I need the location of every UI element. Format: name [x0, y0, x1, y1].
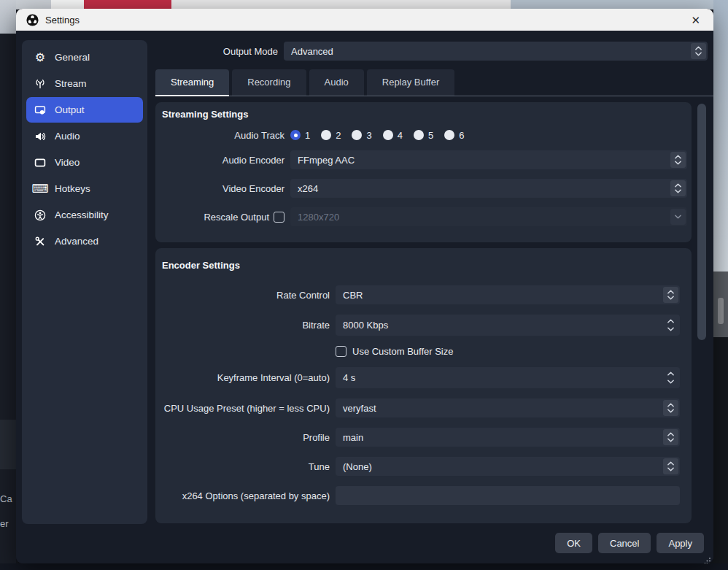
sidebar-item-advanced[interactable]: Advanced — [26, 228, 143, 254]
x264-options-input[interactable] — [336, 486, 680, 505]
use-custom-buffer-size-checkbox — [336, 346, 346, 357]
tune-row: Tune(None) — [155, 457, 692, 476]
broadcast-icon — [34, 78, 47, 90]
combo-spinner-icon — [663, 429, 678, 445]
keyframe-interval-spinbox[interactable]: 4 s — [336, 367, 680, 388]
tools-icon — [34, 236, 47, 247]
radio-icon — [290, 130, 301, 140]
audio-track-radio-5[interactable]: 5 — [414, 130, 433, 141]
keyframe-interval-value: 4 s — [343, 367, 355, 388]
dialog-titlebar: Settings ✕ — [16, 9, 713, 31]
bitrate-label: Bitrate — [155, 320, 330, 331]
combo-dropdown-icon — [670, 209, 686, 225]
rescale-output-label: Rescale Output — [204, 212, 269, 223]
audio-encoder-row: Audio Encoder FFmpeg AAC — [155, 150, 692, 169]
video-encoder-value: x264 — [298, 179, 318, 198]
accessibility-icon — [34, 209, 47, 221]
audio-track-radio-6[interactable]: 6 — [444, 130, 464, 141]
cpu-usage-preset-row: CPU Usage Preset (higher = less CPU)very… — [155, 398, 692, 417]
rate-control-row: Rate ControlCBR — [155, 285, 692, 304]
combo-spinner-icon — [691, 43, 706, 59]
cpu-usage-preset-combo[interactable]: veryfast — [336, 398, 680, 417]
video-encoder-row: Video Encoder x264 — [155, 179, 692, 198]
backdrop-left-column — [0, 34, 16, 563]
tab-streaming[interactable]: Streaming — [155, 69, 229, 96]
x264-options-row: x264 Options (separated by space) — [155, 486, 692, 505]
dialog-title: Settings — [45, 15, 80, 26]
settings-sidebar: ⚙GeneralStreamOutputAudioVideo⌨HotkeysAc… — [22, 40, 147, 524]
spinbox-arrows-icon — [663, 316, 678, 334]
tune-combo[interactable]: (None) — [336, 457, 680, 476]
streaming-settings-title: Streaming Settings — [162, 109, 692, 120]
sidebar-item-label: Output — [55, 104, 85, 115]
audio-track-radio-group: 123456 — [290, 130, 475, 141]
obs-logo-icon — [26, 14, 39, 26]
sidebar-item-video[interactable]: Video — [26, 150, 143, 175]
sidebar-item-stream[interactable]: Stream — [26, 71, 143, 96]
video-encoder-combo[interactable]: x264 — [290, 179, 687, 198]
encoder-rows: Rate ControlCBRBitrate8000 KbpsUse Custo… — [155, 285, 692, 505]
tune-value: (None) — [343, 457, 372, 476]
output-mode-combo[interactable]: Advanced — [284, 42, 708, 61]
backdrop-wallpaper-right — [713, 0, 728, 271]
combo-spinner-icon — [663, 458, 678, 474]
radio-icon — [444, 130, 454, 140]
audio-track-radio-4[interactable]: 4 — [383, 130, 403, 141]
combo-spinner-icon — [663, 400, 678, 416]
rescale-output-checkbox[interactable] — [274, 212, 284, 223]
sidebar-item-accessibility[interactable]: Accessibility — [26, 202, 143, 228]
use-custom-buffer-size-row: Use Custom Buffer Size — [155, 346, 692, 357]
encoder-settings-title: Encoder Settings — [162, 260, 692, 271]
radio-label: 1 — [305, 130, 310, 141]
tune-label: Tune — [155, 461, 330, 472]
sidebar-item-label: Audio — [55, 131, 80, 142]
sidebar-item-hotkeys[interactable]: ⌨Hotkeys — [26, 176, 143, 201]
radio-icon — [414, 130, 424, 140]
backdrop-text-fragment-bottom: er — [0, 518, 16, 529]
rescale-output-value: 1280x720 — [298, 207, 339, 226]
radio-icon — [383, 130, 393, 140]
radio-icon — [321, 130, 331, 140]
ok-button[interactable]: OK — [555, 533, 592, 553]
sidebar-item-label: Video — [55, 157, 80, 168]
audio-encoder-value: FFmpeg AAC — [298, 150, 355, 169]
combo-spinner-icon — [670, 152, 686, 168]
streaming-settings-panel: Streaming Settings Audio Track 123456 Au… — [155, 102, 692, 242]
close-icon[interactable]: ✕ — [688, 13, 703, 27]
sidebar-item-label: Hotkeys — [55, 183, 90, 194]
use-custom-buffer-size-label: Use Custom Buffer Size — [352, 346, 453, 357]
radio-label: 2 — [336, 130, 341, 141]
vertical-scrollbar-thumb[interactable] — [697, 104, 706, 340]
rescale-output-row: Rescale Output 1280x720 — [155, 207, 692, 226]
sidebar-item-audio[interactable]: Audio — [26, 123, 143, 149]
bitrate-spinbox[interactable]: 8000 Kbps — [336, 315, 680, 336]
sidebar-item-label: Accessibility — [55, 209, 109, 220]
resize-grip[interactable] — [704, 554, 711, 561]
rate-control-value: CBR — [343, 285, 363, 304]
bitrate-value: 8000 Kbps — [343, 315, 388, 336]
x264-options-label: x264 Options (separated by space) — [155, 490, 330, 501]
audio-track-radio-3[interactable]: 3 — [352, 130, 371, 141]
audio-encoder-label: Audio Encoder — [155, 155, 284, 166]
tab-recording[interactable]: Recording — [232, 69, 306, 96]
rate-control-combo[interactable]: CBR — [336, 285, 680, 304]
cancel-button[interactable]: Cancel — [598, 533, 651, 553]
keyframe-interval-row: Keyframe Interval (0=auto)4 s — [155, 367, 692, 388]
sidebar-item-output[interactable]: Output — [26, 97, 143, 123]
audio-track-radio-1[interactable]: 1 — [290, 130, 310, 141]
tab-audio[interactable]: Audio — [309, 69, 364, 96]
rescale-output-label-group: Rescale Output — [155, 212, 284, 223]
apply-button[interactable]: Apply — [657, 533, 704, 553]
profile-combo[interactable]: main — [336, 428, 680, 447]
use-custom-buffer-size-checkbox-row[interactable]: Use Custom Buffer Size — [336, 346, 453, 357]
sidebar-item-label: Advanced — [55, 236, 98, 247]
backdrop-wallpaper-left-corner — [0, 0, 16, 34]
audio-encoder-combo[interactable]: FFmpeg AAC — [290, 150, 687, 169]
audio-track-radio-2[interactable]: 2 — [321, 130, 341, 141]
tab-replay-buffer[interactable]: Replay Buffer — [367, 69, 455, 96]
keyboard-icon: ⌨ — [34, 183, 47, 195]
encoder-settings-panel: Encoder Settings Rate ControlCBRBitrate8… — [155, 248, 692, 523]
profile-value: main — [343, 428, 363, 447]
rescale-output-combo[interactable]: 1280x720 — [290, 207, 687, 226]
backdrop-bottom-strip — [0, 563, 728, 570]
